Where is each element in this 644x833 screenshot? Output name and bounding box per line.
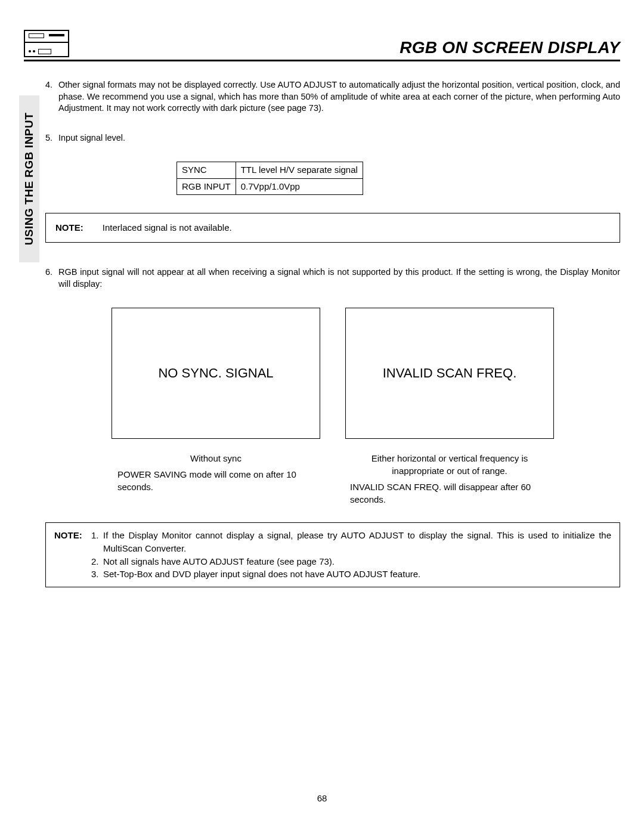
list-item: 6. RGB input signal will not appear at a… [45, 267, 620, 290]
caption-title: Without sync [112, 452, 320, 465]
page-number: 68 [0, 793, 644, 803]
item-text: Input signal level. [58, 132, 620, 144]
item-number: 5. [45, 132, 58, 144]
note-item-text: Set-Top-Box and DVD player input signal … [103, 568, 420, 581]
page-title: RGB ON SCREEN DISPLAY [400, 38, 620, 57]
side-tab: USING THE RGB INPUT [19, 95, 39, 262]
display-example-right: INVALID SCAN FREQ. Either horizontal or … [345, 308, 554, 506]
item-text: Other signal formats may not be displaye… [58, 79, 620, 114]
device-icon [24, 30, 69, 57]
note-label: NOTE: [55, 222, 83, 233]
caption-title: Either horizontal or vertical frequency … [345, 452, 554, 477]
caption-text: INVALID SCAN FREQ. will disappear after … [345, 481, 554, 506]
note-item-number: 1. [91, 529, 103, 555]
display-message: INVALID SCAN FREQ. [383, 364, 517, 382]
note-item-text: If the Display Monitor cannot display a … [103, 529, 611, 555]
note-text: Interlaced signal is not available. [103, 222, 232, 233]
list-item: 5. Input signal level. [45, 132, 620, 144]
note-item-number: 2. [91, 555, 103, 568]
note-item-number: 3. [91, 568, 103, 581]
list-item: 4. Other signal formats may not be displ… [45, 79, 620, 114]
note-box: NOTE: 1. If the Display Monitor cannot d… [45, 522, 620, 587]
note-label: NOTE: [54, 529, 91, 555]
caption-text: POWER SAVING mode will come on after 10 … [112, 468, 320, 493]
table-cell: SYNC [177, 162, 236, 178]
side-tab-label: USING THE RGB INPUT [23, 113, 36, 246]
note-box: NOTE: Interlaced signal is not available… [45, 213, 620, 243]
display-example-left: NO SYNC. SIGNAL Without sync POWER SAVIN… [112, 308, 320, 506]
signal-table: SYNC TTL level H/V separate signal RGB I… [177, 162, 363, 195]
table-cell: RGB INPUT [177, 178, 236, 194]
item-number: 6. [45, 267, 58, 290]
item-text: RGB input signal will not appear at all … [58, 267, 620, 290]
display-screen: NO SYNC. SIGNAL [112, 308, 320, 439]
table-cell: 0.7Vpp/1.0Vpp [236, 178, 363, 194]
note-item-text: Not all signals have AUTO ADJUST feature… [103, 555, 335, 568]
display-message: NO SYNC. SIGNAL [158, 364, 273, 382]
display-screen: INVALID SCAN FREQ. [345, 308, 554, 439]
item-number: 4. [45, 79, 58, 114]
table-cell: TTL level H/V separate signal [236, 162, 363, 178]
